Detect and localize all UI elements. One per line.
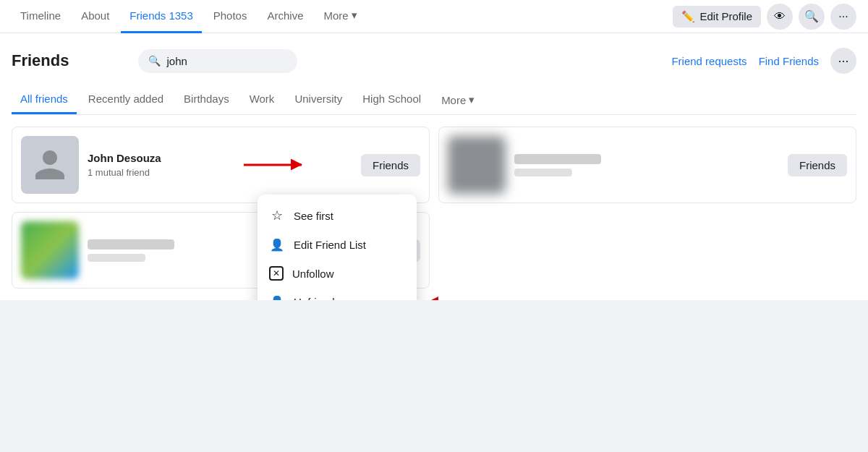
find-friends-link[interactable]: Find Friends	[759, 55, 819, 67]
nav-about[interactable]: About	[72, 0, 118, 33]
content-area: Friends 🔍 Friend requests Find Friends ·…	[0, 33, 868, 300]
friend-info-john: John Desouza 1 mutual friend	[88, 152, 352, 178]
friend-mutual-john: 1 mutual friend	[88, 167, 352, 178]
unfriend-icon: 👤	[269, 295, 285, 300]
dropdown-unfollow[interactable]: ✕ Unfollow	[258, 259, 417, 288]
more-nav-button[interactable]: ···	[830, 4, 856, 30]
dropdown-edit-friend-list[interactable]: 👤 Edit Friend List	[258, 231, 417, 259]
search-nav-icon: 🔍	[804, 9, 819, 23]
friend-avatar-john	[21, 136, 79, 194]
tab-recently-added[interactable]: Recently added	[80, 85, 172, 114]
visibility-button[interactable]: 👁	[767, 4, 793, 30]
eye-icon: 👁	[774, 10, 786, 23]
dropdown-see-first[interactable]: ☆ See first	[258, 200, 417, 231]
nav-photos[interactable]: Photos	[205, 0, 256, 33]
tab-more[interactable]: More ▾	[433, 86, 483, 114]
friends-tabs: All friends Recently added Birthdays Wor…	[12, 85, 856, 115]
nav-friends[interactable]: Friends 1353	[121, 0, 201, 33]
friend-mutual-green	[88, 254, 145, 262]
edit-profile-button[interactable]: ✏️ Edit Profile	[673, 6, 761, 27]
pencil-icon: ✏️	[681, 10, 695, 23]
friend-card-john: John Desouza 1 mutual friend Friends	[12, 127, 430, 203]
nav-actions: ✏️ Edit Profile 👁 🔍 ···	[673, 4, 856, 30]
friends-title: Friends	[12, 51, 69, 70]
friend-requests-link[interactable]: Friend requests	[671, 55, 746, 67]
search-nav-button[interactable]: 🔍	[799, 4, 825, 30]
chevron-down-icon: ▾	[352, 9, 357, 22]
friend-info-blurred	[514, 154, 779, 176]
tab-all-friends[interactable]: All friends	[12, 85, 77, 114]
friend-name-blurred	[514, 154, 601, 164]
arrow-head	[291, 159, 302, 171]
nav-more[interactable]: More ▾	[315, 0, 365, 33]
arrow-line	[244, 164, 302, 166]
friend-name-john: John Desouza	[88, 152, 352, 164]
unfollow-icon: ✕	[269, 266, 284, 281]
tab-high-school[interactable]: High School	[354, 85, 430, 114]
friend-avatar-blurred	[448, 136, 506, 194]
friends-button-blurred2[interactable]: Friends	[788, 154, 847, 176]
friend-mutual-blurred	[514, 169, 572, 176]
friends-button-john[interactable]: Friends	[361, 154, 420, 176]
search-box: 🔍	[138, 49, 297, 73]
star-icon: ☆	[269, 208, 285, 223]
top-navigation: Timeline About Friends 1353 Photos Archi…	[0, 0, 868, 33]
tab-birthdays[interactable]: Birthdays	[175, 85, 238, 114]
friend-avatar-green	[21, 221, 79, 279]
ellipsis-icon: ···	[838, 10, 848, 23]
nav-timeline[interactable]: Timeline	[12, 0, 69, 33]
arrow-to-unfriend	[427, 297, 482, 301]
arrow-to-friends	[244, 164, 302, 166]
nav-archive[interactable]: Archive	[258, 0, 312, 33]
tab-work[interactable]: Work	[241, 85, 284, 114]
friend-list-icon: 👤	[269, 238, 285, 252]
dots-icon: ···	[838, 54, 848, 69]
chevron-down-icon-tab: ▾	[469, 93, 475, 106]
dropdown-menu: ☆ See first 👤 Edit Friend List ✕ Unfollo…	[258, 195, 417, 300]
arrow-head-left	[427, 297, 438, 301]
tab-university[interactable]: University	[286, 85, 351, 114]
search-icon: 🔍	[148, 55, 161, 67]
search-input[interactable]	[166, 55, 287, 67]
friend-card-blurred: Friends	[438, 127, 856, 203]
dropdown-unfriend[interactable]: 👤 Unfriend	[258, 288, 417, 300]
friend-name-green	[88, 239, 174, 250]
header-more-button[interactable]: ···	[830, 48, 856, 74]
friends-grid: John Desouza 1 mutual friend Friends Fri…	[12, 115, 856, 300]
friends-header: Friends 🔍 Friend requests Find Friends ·…	[12, 48, 856, 74]
header-links: Friend requests Find Friends ···	[671, 48, 856, 74]
